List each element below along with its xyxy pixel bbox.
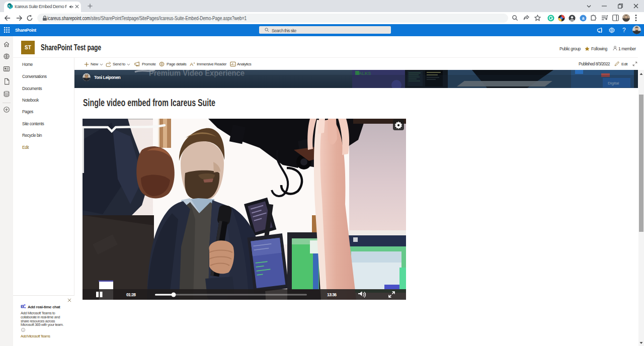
svg-text:Toni Leiponen: Toni Leiponen: [94, 75, 120, 80]
svg-text:a: a: [582, 16, 585, 21]
svg-text:01:28: 01:28: [126, 292, 136, 297]
svg-text:T: T: [22, 306, 23, 308]
svg-text:A: A: [190, 61, 193, 67]
svg-text:S: S: [8, 5, 10, 8]
svg-text:13:36: 13:36: [327, 292, 337, 297]
